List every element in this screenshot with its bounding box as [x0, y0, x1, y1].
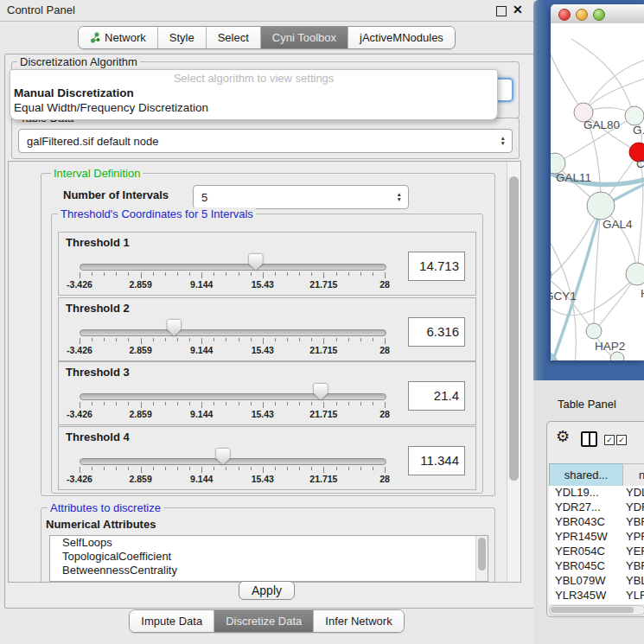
- top-tab-bar: NetworkStyleSelectCyni ToolboxjActiveMNo…: [0, 26, 533, 49]
- tab-infer-network[interactable]: Infer Network: [313, 610, 403, 632]
- top-tab-group: NetworkStyleSelectCyni ToolboxjActiveMNo…: [78, 26, 456, 49]
- dropdown-option-equal-width-frequency-discretization[interactable]: Equal Width/Frequency Discretization: [14, 101, 208, 114]
- threshold-slider[interactable]: -3.4262.8599.14415.4321.71528: [80, 427, 385, 489]
- tick-mark: [287, 402, 288, 405]
- column-header-name[interactable]: n: [622, 463, 644, 487]
- tick-label: 9.144: [190, 409, 213, 419]
- table-row[interactable]: YDR27...YDR2: [549, 501, 644, 515]
- minimize-traffic-light-icon[interactable]: [576, 9, 588, 21]
- network-node-h[interactable]: [626, 263, 644, 285]
- table-data-combobox[interactable]: galFiltered.sif default node ▲ ▼: [18, 129, 513, 153]
- slider-thumb[interactable]: [167, 320, 181, 336]
- tick-mark: [311, 338, 312, 341]
- tab-label: Select: [218, 27, 249, 48]
- network-edge: [637, 153, 643, 274]
- network-node-g[interactable]: [625, 106, 644, 125]
- table-horizontal-scrollbar[interactable]: [549, 605, 644, 615]
- network-canvas[interactable]: GAL80G.CGAL11GAL4GCY1HHAP2: [551, 23, 644, 360]
- table-hscrollbar-thumb[interactable]: [551, 607, 634, 613]
- slider-track[interactable]: [80, 458, 386, 465]
- dropdown-option-manual-discretization[interactable]: Manual Discretization: [14, 86, 134, 99]
- slider-thumb[interactable]: [314, 384, 328, 400]
- number-of-intervals-spinner[interactable]: 5 ▲ ▼: [193, 185, 409, 209]
- threshold-panel-2: Threshold 2-3.4262.8599.14415.4321.71528…: [58, 297, 476, 361]
- tick-mark: [360, 338, 361, 341]
- tab-cyni-toolbox[interactable]: Cyni Toolbox: [260, 27, 348, 48]
- checkbox-checked-icon[interactable]: ✓: [616, 435, 627, 445]
- network-graph: GAL80G.CGAL11GAL4GCY1HHAP2: [551, 23, 644, 360]
- table-row[interactable]: YIL053CYIL0: [549, 603, 644, 604]
- threshold-panel-1: Threshold 1-3.4262.8599.14415.4321.71528…: [58, 232, 476, 296]
- slider-thumb[interactable]: [249, 254, 263, 271]
- tick-mark: [189, 402, 190, 405]
- tick-label: 9.144: [190, 279, 213, 290]
- network-edge: [551, 345, 571, 360]
- threshold-slider[interactable]: -3.4262.8599.14415.4321.71528: [80, 362, 385, 424]
- tab-network[interactable]: Network: [79, 27, 157, 48]
- spinner-down-icon: ▼: [501, 141, 506, 146]
- cell-shared-name: YBR043C: [555, 515, 605, 528]
- tab-impute-data[interactable]: Impute Data: [130, 610, 214, 632]
- tab-style[interactable]: Style: [157, 27, 206, 48]
- threshold-value-field[interactable]: 6.316: [408, 317, 465, 347]
- tab-label: Discretize Data: [226, 610, 302, 632]
- table-row[interactable]: YER054CYER0: [549, 545, 644, 559]
- close-icon[interactable]: ✕: [513, 3, 523, 16]
- tick-mark: [336, 338, 337, 341]
- slider-tick-labels: -3.4262.8599.14415.4321.71528: [80, 409, 385, 419]
- slider-track[interactable]: [80, 393, 386, 400]
- tick-mark: [80, 402, 80, 408]
- table-row[interactable]: YBR043CYBR0: [549, 515, 644, 530]
- network-node[interactable]: [610, 352, 624, 360]
- tick-mark: [239, 338, 239, 341]
- attribute-item[interactable]: SelfLoops: [50, 536, 488, 550]
- tab-discretize-data[interactable]: Discretize Data: [214, 610, 313, 632]
- show-columns-icon[interactable]: [581, 431, 597, 447]
- algorithm-dropdown-popup: Select algorithm to view settings Manual…: [10, 69, 498, 120]
- close-traffic-light-icon[interactable]: [558, 9, 571, 21]
- float-window-icon[interactable]: [496, 6, 507, 16]
- tab-select[interactable]: Select: [206, 27, 260, 48]
- slider-thumb[interactable]: [216, 449, 230, 465]
- tick-mark: [360, 402, 361, 405]
- tick-mark: [214, 338, 214, 341]
- table-row[interactable]: YBR045CYBR0: [549, 559, 644, 574]
- threshold-slider[interactable]: -3.4262.8599.14415.4321.71528: [80, 298, 385, 360]
- column-header-shared-name[interactable]: shared...: [549, 463, 623, 487]
- tab-jactivemnodules[interactable]: jActiveMNodules: [348, 27, 455, 48]
- attribute-item[interactable]: TopologicalCoefficient: [50, 550, 488, 564]
- threshold-value-field[interactable]: 14.713: [408, 252, 465, 281]
- checkbox-checked-icon[interactable]: ✓: [604, 435, 615, 445]
- tab-label: Network: [105, 27, 146, 48]
- network-node-hap2[interactable]: [586, 323, 602, 339]
- tick-mark: [360, 272, 361, 276]
- slider-track[interactable]: [80, 264, 386, 271]
- list-scrollbar[interactable]: [475, 536, 488, 581]
- apply-button[interactable]: Apply: [239, 581, 295, 600]
- panel-scrollbar[interactable]: [507, 162, 520, 582]
- threshold-value-field[interactable]: 11.344: [408, 446, 465, 475]
- tick-mark: [385, 272, 386, 278]
- threshold-slider[interactable]: -3.4262.8599.14415.4321.71528: [80, 233, 385, 295]
- network-node-gal4[interactable]: [587, 192, 615, 220]
- tick-mark: [153, 272, 154, 276]
- zoom-traffic-light-icon[interactable]: [593, 9, 605, 21]
- thresholds-group-label: Threshold's Coordinates for 5 Intervals: [58, 207, 256, 220]
- gear-icon[interactable]: ⚙: [556, 429, 570, 444]
- table-row[interactable]: YLR345WYLR3: [549, 589, 644, 603]
- list-scrollbar-thumb[interactable]: [478, 538, 486, 571]
- table-row[interactable]: YDL19...YDL1: [549, 486, 644, 501]
- tick-mark: [311, 272, 312, 276]
- tick-mark: [251, 467, 252, 470]
- tick-mark: [360, 467, 361, 470]
- tick-mark: [165, 272, 166, 276]
- attribute-item[interactable]: BetweennessCentrality: [50, 564, 488, 577]
- panel-scrollbar-thumb[interactable]: [509, 176, 519, 481]
- table-row[interactable]: YBL079WYBL0: [549, 574, 644, 589]
- cell-shared-name: YDR27...: [555, 501, 601, 513]
- threshold-value-field[interactable]: 21.4: [408, 381, 465, 411]
- tick-mark: [348, 338, 349, 341]
- tick-label: -3.426: [67, 279, 92, 290]
- slider-track[interactable]: [80, 329, 386, 336]
- table-row[interactable]: YPR145WYPR1: [549, 530, 644, 545]
